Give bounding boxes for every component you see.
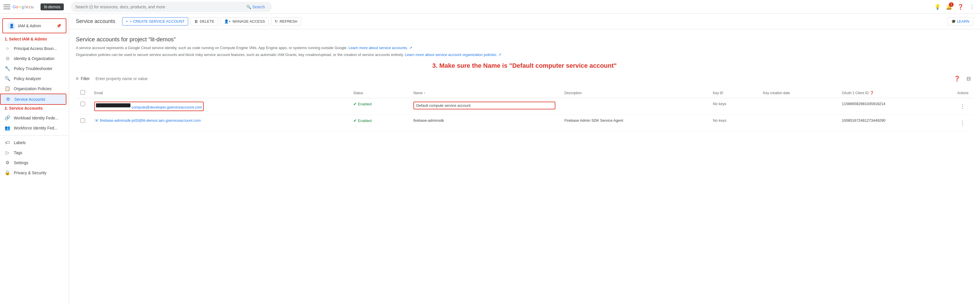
- sidebar-item-workload-identity[interactable]: 🔗 Workload Identity Fede...: [0, 113, 66, 123]
- sidebar-item-privacy-security[interactable]: 🔒 Privacy & Security: [0, 168, 66, 178]
- row-checkbox-cell: [76, 98, 90, 115]
- sidebar-item-identity-org[interactable]: ⊙ Identity & Organization: [0, 54, 66, 63]
- project-selector[interactable]: lit-demos: [40, 3, 64, 10]
- iam-icon: 👤: [8, 22, 16, 30]
- sidebar-item-workforce-identity[interactable]: 👥 Workforce Identity Fed...: [0, 123, 66, 133]
- row-actions-button[interactable]: ⋮: [957, 118, 968, 127]
- search-input[interactable]: [75, 5, 244, 9]
- select-all-col: [76, 88, 90, 98]
- sidebar-item-label: Service Accounts: [14, 97, 45, 101]
- row-checkbox[interactable]: [80, 101, 85, 106]
- row-actions-button[interactable]: ⋮: [957, 101, 968, 111]
- policy-troubleshooter-icon: 🔧: [5, 66, 10, 71]
- sidebar-item-tags[interactable]: ▷ Tags: [0, 147, 66, 158]
- keycreation-cell: [759, 115, 837, 131]
- sidebar-item-policy-analyzer[interactable]: 🔍 Policy Analyzer: [0, 73, 66, 84]
- table-help-icon[interactable]: ❓: [953, 74, 962, 83]
- select-all-checkbox[interactable]: [80, 90, 85, 95]
- sidebar-item-label: Policy Analyzer: [14, 76, 41, 81]
- sidebar-item-label: Privacy & Security: [14, 171, 46, 175]
- sidebar-item-org-policies[interactable]: 📋 Organization Policies: [0, 84, 66, 93]
- filter-input[interactable]: [94, 75, 950, 82]
- learn-button[interactable]: 🎓 LEARN: [948, 17, 973, 25]
- labels-icon: 🏷: [5, 140, 10, 145]
- sidebar-item-service-accounts[interactable]: ⚙ Service Accounts: [0, 93, 66, 105]
- search-container: 🔍 Search: [71, 2, 926, 12]
- sidebar-item-policy-troubleshooter[interactable]: 🔧 Policy Troubleshooter: [0, 63, 66, 73]
- notification-icon[interactable]: 🔔 1: [944, 2, 954, 11]
- google-cloud-logo: G o o g l e Cloud: [13, 4, 33, 10]
- description-cell: Firebase Admin SDK Service Agent: [560, 115, 708, 131]
- policy-analyzer-icon: 🔍: [5, 76, 10, 81]
- name-cell: Default compute service account: [409, 98, 560, 115]
- keyid-cell: No keys: [708, 115, 759, 131]
- actions-cell: ⋮: [953, 115, 973, 131]
- service-accounts-table: Email Status Name ↑ Description Key ID K…: [76, 88, 973, 131]
- email-col-header: Email: [90, 88, 349, 98]
- plus-icon: +: [126, 19, 128, 24]
- keyid-cell: No keys: [708, 98, 759, 115]
- oauth-help-icon[interactable]: ❓: [870, 91, 874, 95]
- learn-more-org-policies-link[interactable]: Learn more about service account organiz…: [405, 52, 501, 57]
- row-checkbox-cell: [76, 115, 90, 131]
- search-button[interactable]: 🔍 Search: [244, 3, 267, 10]
- keycreation-col-header: Key creation date: [759, 88, 837, 98]
- sidebar: 👤 IAM & Admin 📌 1. Select IAM & Admin ○ …: [0, 14, 69, 304]
- menu-icon[interactable]: [3, 3, 10, 10]
- tags-icon: ▷: [5, 150, 10, 155]
- sidebar-item-principal-access[interactable]: ○ Principal Access Boun...: [0, 44, 66, 54]
- help-question-icon[interactable]: ❓: [956, 2, 965, 11]
- create-service-account-button[interactable]: + + CREATE SERVICE ACCOUNT: [122, 17, 188, 25]
- oauth2-col-header: OAuth 2 Client ID ❓: [837, 88, 953, 98]
- svg-text:G: G: [13, 5, 16, 9]
- layout: 👤 IAM & Admin 📌 1. Select IAM & Admin ○ …: [0, 0, 980, 304]
- table-columns-icon[interactable]: ⊟: [964, 74, 973, 83]
- iam-label: IAM & Admin: [18, 24, 54, 28]
- status-cell: ✔ Enabled: [349, 115, 409, 131]
- refresh-icon: ↻: [275, 19, 278, 24]
- row-checkbox[interactable]: [80, 118, 85, 123]
- learn-more-service-accounts-link[interactable]: Learn more about service accounts. ↗: [348, 46, 412, 50]
- search-box: 🔍 Search: [71, 2, 272, 12]
- delete-button[interactable]: 🗑 DELETE: [191, 17, 218, 25]
- page-title: Service accounts for project "lit-demos": [76, 36, 973, 43]
- iam-admin-header[interactable]: 👤 IAM & Admin 📌: [2, 18, 66, 33]
- svg-text:Cloud: Cloud: [29, 5, 33, 9]
- status-enabled: ✔ Enabled: [353, 101, 404, 106]
- svg-text:g: g: [22, 5, 24, 9]
- table-row: compute@developer.gserviceaccount.com ✔ …: [76, 98, 973, 115]
- description-cell: [560, 98, 708, 115]
- name-cell: firebase-adminsdk: [409, 115, 560, 131]
- page-description-2: Organization policies can be used to sec…: [76, 52, 973, 58]
- actions-cell: ⋮: [953, 98, 973, 115]
- settings-icon: ⚙: [5, 160, 10, 165]
- notification-count: 1: [949, 2, 954, 7]
- sidebar-item-settings[interactable]: ⚙ Settings: [0, 158, 66, 168]
- email-cell-box: compute@developer.gserviceaccount.com: [94, 101, 204, 111]
- sidebar-item-label: Workforce Identity Fed...: [14, 126, 57, 130]
- email-cell: compute@developer.gserviceaccount.com: [90, 98, 349, 115]
- more-options-icon[interactable]: ⋮: [967, 2, 977, 11]
- help-icon[interactable]: 💡: [933, 2, 942, 11]
- email-redacted-bar: [96, 103, 130, 108]
- svg-text:o: o: [16, 5, 18, 9]
- sidebar-item-label: Identity & Organization: [14, 56, 54, 61]
- sidebar-item-label: Workload Identity Fede...: [14, 116, 58, 120]
- sidebar-item-label: Settings: [14, 160, 29, 165]
- table-toolbar-right: ❓ ⊟: [953, 74, 973, 83]
- sidebar-item-labels[interactable]: 🏷 Labels: [0, 138, 66, 147]
- email-link[interactable]: firebase-adminsdk-jvt2t@lit-demos.iam.gs…: [100, 118, 201, 123]
- email-link[interactable]: compute@developer.gserviceaccount.com: [132, 105, 202, 109]
- name-cell-highlighted: Default compute service account: [414, 101, 555, 109]
- annotation-iam: 1. Select IAM & Admin: [0, 36, 68, 43]
- status-cell: ✔ Enabled: [349, 98, 409, 115]
- principal-access-icon: ○: [5, 46, 10, 51]
- manage-access-button[interactable]: 👤+ MANAGE ACCESS: [220, 17, 269, 25]
- name-col-header[interactable]: Name ↑: [409, 88, 560, 98]
- refresh-button[interactable]: ↻ REFRESH: [271, 17, 301, 25]
- enabled-icon: ✔: [353, 118, 357, 123]
- enabled-icon: ✔: [353, 101, 357, 106]
- pin-icon: 📌: [56, 24, 61, 28]
- content-body: Service accounts for project "lit-demos"…: [69, 29, 980, 138]
- oauth2-cell: 100851672481273449290: [837, 115, 953, 131]
